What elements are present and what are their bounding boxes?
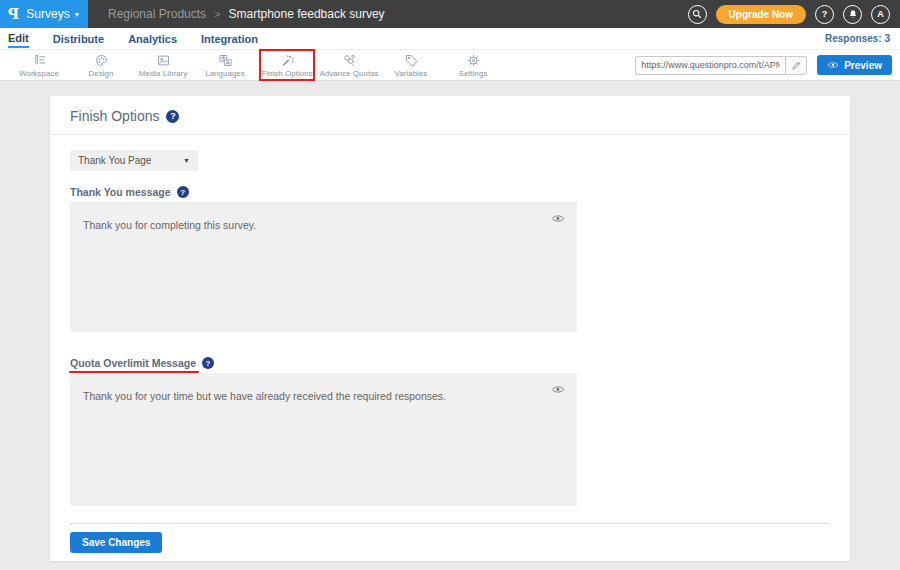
help-icon[interactable]: ? (177, 186, 189, 198)
toolbar-item-finish-options[interactable]: Finish Options (259, 49, 315, 81)
help-icon[interactable]: ? (166, 110, 179, 123)
tab-integration[interactable]: Integration (201, 30, 258, 47)
quota-label-row: Quota Overlimit Message ? (70, 357, 830, 369)
chevron-down-icon: ▾ (75, 10, 79, 19)
footer-divider (70, 523, 830, 524)
toolbar-item-label: Design (89, 69, 114, 78)
toolbar-item-workspace[interactable]: Workspace (8, 51, 70, 79)
eye-icon (551, 213, 565, 224)
tab-analytics[interactable]: Analytics (128, 30, 177, 47)
toolbar-item-label: Finish Options (261, 69, 312, 78)
bell-icon (848, 9, 858, 19)
breadcrumb-survey-title: Smartphone feedback survey (229, 7, 385, 21)
quota-overlimit-label: Quota Overlimit Message (70, 357, 196, 369)
survey-nav-tabs: Edit Distribute Analytics Integration Re… (0, 28, 900, 49)
quota-textarea-wrap: Thank you for your time but we have alre… (70, 373, 577, 506)
finish-options-card: Finish Options ? Thank You Page ▼ Thank … (50, 96, 850, 561)
save-changes-button[interactable]: Save Changes (70, 532, 162, 553)
edit-toolbar: Workspace Design Media Library Languages… (0, 49, 900, 81)
card-header: Finish Options ? (50, 96, 850, 135)
surveys-menu[interactable]: P Surveys ▾ (0, 0, 88, 28)
breadcrumb-separator: > (214, 8, 220, 20)
toolbar-item-label: Languages (205, 69, 245, 78)
thank-you-message-textarea[interactable]: Thank you for completing this survey. (70, 202, 577, 332)
survey-url-group (635, 56, 807, 75)
help-button[interactable]: ? (815, 5, 834, 24)
preview-button-label: Preview (844, 60, 882, 71)
survey-url-input[interactable] (635, 56, 785, 75)
thank-you-label-row: Thank You message ? (70, 186, 830, 198)
magic-wand-icon (280, 53, 295, 68)
toolbar-item-media-library[interactable]: Media Library (132, 51, 194, 79)
search-button[interactable] (688, 5, 707, 24)
quota-overlimit-textarea[interactable]: Thank you for your time but we have alre… (70, 373, 577, 506)
product-menu-label: Surveys (26, 7, 69, 21)
tab-distribute[interactable]: Distribute (53, 30, 104, 47)
upgrade-now-button[interactable]: Upgrade Now (716, 5, 806, 24)
gear-icon (466, 53, 481, 68)
toolbar-item-languages[interactable]: Languages (194, 51, 256, 79)
topbar-actions: Upgrade Now ? A (688, 5, 900, 24)
card-body: Thank You Page ▼ Thank You message ? Tha… (50, 135, 850, 553)
finish-type-select[interactable]: Thank You Page ▼ (70, 150, 198, 171)
toolbar-item-label: Media Library (139, 69, 187, 78)
eye-icon (551, 384, 565, 395)
languages-icon (218, 53, 233, 68)
eye-icon (827, 60, 839, 70)
page-title: Finish Options (70, 108, 159, 124)
chain-links-icon (342, 53, 357, 68)
chevron-down-icon: ▼ (183, 157, 190, 164)
avatar[interactable]: A (871, 5, 890, 24)
preview-quota-button[interactable] (551, 381, 565, 399)
toolbar-item-variables[interactable]: Variables (380, 51, 442, 79)
page-content: Finish Options ? Thank You Page ▼ Thank … (0, 81, 900, 561)
thank-you-message-label: Thank You message (70, 186, 171, 198)
toolbar-item-label: Settings (459, 69, 488, 78)
tab-edit[interactable]: Edit (8, 29, 29, 48)
workspace-icon (32, 53, 47, 68)
notifications-button[interactable] (843, 5, 862, 24)
media-library-icon (156, 53, 171, 68)
edit-url-button[interactable] (785, 56, 807, 75)
tag-icon (404, 53, 419, 68)
responses-count[interactable]: Responses: 3 (825, 33, 890, 44)
toolbar-item-label: Workspace (19, 69, 59, 78)
toolbar-item-label: Variables (395, 69, 428, 78)
toolbar-item-advance-quotas[interactable]: Advance Quotas (318, 51, 380, 79)
questionpro-logo: P (8, 5, 19, 23)
finish-type-select-value: Thank You Page (78, 155, 151, 166)
breadcrumb-workspace[interactable]: Regional Products (108, 7, 206, 21)
preview-button[interactable]: Preview (817, 55, 892, 75)
preview-thank-you-button[interactable] (551, 210, 565, 228)
toolbar-item-design[interactable]: Design (70, 51, 132, 79)
toolbar-item-settings[interactable]: Settings (442, 51, 504, 79)
topbar: P Surveys ▾ Regional Products > Smartpho… (0, 0, 900, 28)
pencil-icon (791, 60, 802, 71)
thank-you-textarea-wrap: Thank you for completing this survey. (70, 202, 577, 332)
toolbar-item-label: Advance Quotas (319, 69, 378, 78)
help-icon[interactable]: ? (202, 357, 214, 369)
toolbar-right: Preview (635, 55, 892, 75)
breadcrumb: Regional Products > Smartphone feedback … (108, 7, 385, 21)
search-icon (692, 9, 702, 19)
design-palette-icon (94, 53, 109, 68)
